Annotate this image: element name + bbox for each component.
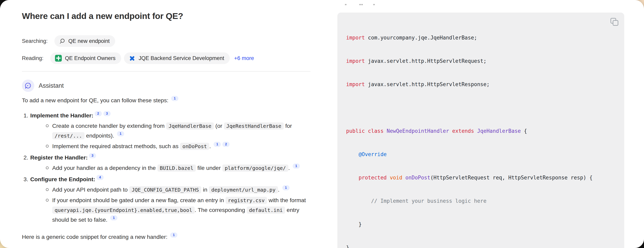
search-query-text: QE new endpoint — [68, 38, 110, 44]
citation-marker[interactable]: 1 — [293, 164, 300, 169]
answer-outro: Here is a generic code snippet for creat… — [22, 232, 310, 241]
citation-marker[interactable]: 1 — [282, 185, 290, 190]
code-line: // Implement your business logic here — [346, 197, 616, 205]
reading-chip-label: QE Endpoint Owners — [65, 55, 116, 62]
reading-row: Reading: QE Endpoint Owners JQE Backend … — [22, 52, 310, 64]
code-line: public class NewQeEndpointHandler extend… — [346, 127, 616, 135]
search-icon — [59, 38, 65, 44]
citation-marker[interactable]: 2 — [95, 111, 102, 116]
citation-marker[interactable]: 1 — [170, 232, 177, 238]
step-title: Configure the Endpoint: — [30, 176, 95, 182]
inline-code: platform/google/jqe/ — [222, 164, 288, 172]
divider — [22, 71, 310, 72]
step-bullet: Implement the required abstract methods,… — [46, 141, 310, 151]
code-line: } — [346, 244, 616, 248]
answer-intro: To add a new endpoint for QE, you can fo… — [22, 96, 310, 105]
intro-text: To add a new endpoint for QE, you can fo… — [22, 97, 170, 104]
citation-marker[interactable]: 2 — [222, 142, 230, 147]
step-2: 2.Register the Handler:3 Add your handle… — [24, 153, 310, 173]
outro-text: Here is a generic code snippet for creat… — [22, 234, 169, 240]
inline-code: registry.csv — [226, 197, 267, 204]
reading-chip-confluence[interactable]: JQE Backend Service Development — [124, 52, 230, 64]
steps-list: 1.Implement the Handler:23 Create a conc… — [22, 111, 310, 224]
inline-code: onDoPost — [180, 143, 210, 150]
code-block: import com.yourcompany.jqe.JqeHandlerBas… — [337, 12, 624, 248]
citation-marker[interactable]: 3 — [104, 111, 110, 116]
code-line: import javax.servlet.http.HttpServletRes… — [346, 80, 616, 88]
citation-marker[interactable]: 1 — [110, 215, 117, 220]
citation-marker[interactable]: 1 — [171, 96, 178, 101]
inline-code: queryapi.jqe.{yourEndpoint}.enabled,true… — [52, 206, 195, 214]
reading-chip-label: JQE Backend Service Development — [139, 55, 224, 62]
assistant-label: Assistant — [39, 82, 64, 89]
citation-marker[interactable]: 1 — [117, 131, 124, 136]
sheets-icon — [55, 55, 62, 62]
citation-marker[interactable]: 4 — [96, 175, 104, 180]
more-sources-link[interactable]: +6 more — [234, 55, 254, 62]
reading-chips: QE Endpoint Owners JQE Backend Service D… — [50, 52, 254, 64]
reading-chip-sheets[interactable]: QE Endpoint Owners — [50, 52, 121, 64]
step-header: 2.Register the Handler:3 — [24, 153, 310, 162]
step-1: 1.Implement the Handler:23 Create a conc… — [24, 111, 310, 151]
step-header: 1.Implement the Handler:23 — [24, 111, 310, 120]
step-bullet: Create a concrete handler by extending f… — [46, 121, 310, 140]
code-line: import javax.servlet.http.HttpServletReq… — [346, 57, 616, 65]
answer-column: Where can I add a new endpoint for QE? S… — [22, 0, 310, 247]
assistant-header: Assistant — [22, 80, 310, 92]
searching-row: Searching: QE new endpoint — [22, 35, 310, 47]
citation-marker[interactable]: 1 — [214, 142, 221, 147]
searching-label: Searching: — [22, 38, 48, 44]
detail-column: import com.yourcompany.jqe.JqeHandlerBas… — [337, 0, 624, 248]
step-bullet: Add your API endpoint path to JQE_CONFIG… — [46, 185, 310, 194]
inline-code: deployment/url_map.py — [209, 186, 278, 194]
step-number: 1. — [24, 112, 28, 118]
assistant-bubble-icon — [24, 82, 32, 89]
step-title: Register the Handler: — [30, 154, 88, 161]
assistant-avatar — [22, 80, 34, 92]
reading-label: Reading: — [22, 55, 44, 62]
step-header: 3.Configure the Endpoint:4 — [24, 174, 310, 184]
step-bullet: If your endpoint should be gated under a… — [46, 195, 310, 224]
inline-code: BUILD.bazel — [158, 164, 196, 172]
search-query-chip[interactable]: QE new endpoint — [54, 35, 115, 47]
main-panel: Where can I add a new endpoint for QE? S… — [0, 0, 644, 248]
copy-code-button[interactable] — [610, 18, 619, 26]
confluence-icon — [129, 55, 136, 62]
code-line: protected void onDoPost(HttpServletReque… — [346, 174, 616, 182]
step-number: 2. — [24, 154, 28, 161]
code-line: import com.yourcompany.jqe.JqeHandlerBas… — [346, 34, 616, 42]
step-3: 3.Configure the Endpoint:4 Add your API … — [24, 174, 310, 224]
step-bullet: Add your handler as a dependency in the … — [46, 163, 310, 173]
step-title: Implement the Handler: — [30, 112, 94, 118]
code-line: } — [346, 220, 616, 228]
inline-code: default.ini — [247, 206, 285, 214]
code-line: @Override — [346, 150, 616, 158]
inline-code: /rest/... — [52, 132, 84, 139]
inline-code: JqeHandlerBase — [166, 122, 214, 130]
citation-marker[interactable]: 3 — [89, 153, 96, 158]
inline-code: JqeRestHandlerBase — [224, 122, 284, 130]
inline-code: JQE_CONFIG_GATED_PATHS — [129, 186, 202, 194]
code-line — [346, 104, 616, 112]
question-title: Where can I add a new endpoint for QE? — [22, 11, 310, 21]
step-number: 3. — [24, 176, 28, 182]
